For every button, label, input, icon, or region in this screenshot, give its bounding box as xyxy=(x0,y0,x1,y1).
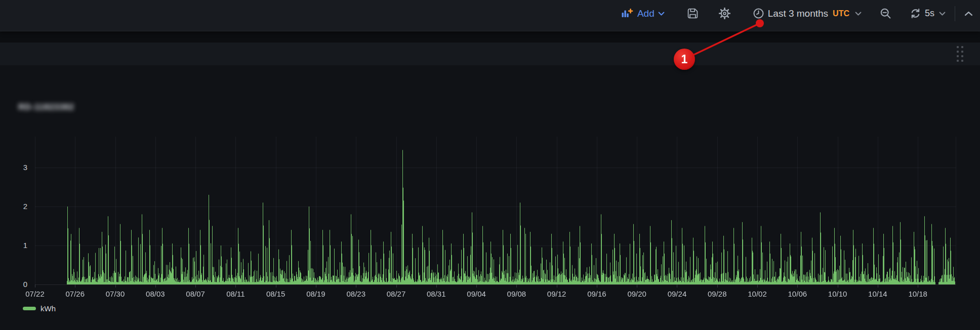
x-axis-label: 09/16 xyxy=(581,290,613,298)
collapse-toolbar-button[interactable] xyxy=(964,11,973,16)
timezone-label: UTC xyxy=(833,9,849,18)
dashboard-toolbar: Add xyxy=(0,0,980,31)
x-axis-label: 07/30 xyxy=(99,290,132,298)
legend-item-kwh[interactable]: kWh xyxy=(23,304,56,313)
x-axis-label: 09/12 xyxy=(541,290,573,298)
y-axis-label: 2 xyxy=(10,202,27,211)
add-button-label: Add xyxy=(637,8,655,19)
toolbar-divider xyxy=(955,6,955,21)
x-axis-label: 08/27 xyxy=(380,290,413,298)
x-axis-label: 08/19 xyxy=(300,290,332,298)
chevron-down-icon xyxy=(855,11,862,16)
save-dashboard-button[interactable] xyxy=(687,8,699,19)
refresh-icon xyxy=(910,8,921,19)
chevron-down-icon xyxy=(939,11,946,16)
x-axis-label: 08/23 xyxy=(340,290,372,298)
x-axis-label: 08/31 xyxy=(420,290,453,298)
x-axis-label: 08/15 xyxy=(260,290,292,298)
x-axis-label: 08/11 xyxy=(219,290,252,298)
series-color-pill xyxy=(23,307,36,310)
x-axis-label: 09/24 xyxy=(661,290,693,298)
x-axis-label: 09/04 xyxy=(460,290,493,298)
chart-area: kWh 012307/2207/2607/3008/0308/0708/1108… xyxy=(0,0,980,330)
chevron-down-icon xyxy=(658,11,665,16)
x-axis-label: 07/26 xyxy=(59,290,91,298)
x-axis-label: 09/08 xyxy=(500,290,533,298)
timeseries-chart[interactable] xyxy=(30,133,962,294)
y-axis-label: 1 xyxy=(10,241,27,250)
time-range-label: Last 3 months xyxy=(768,8,828,19)
bar-chart-plus-icon xyxy=(621,8,634,20)
zoom-out-icon xyxy=(880,8,891,19)
x-axis-label: 10/06 xyxy=(781,290,813,298)
add-button[interactable]: Add xyxy=(621,8,665,20)
y-axis-label: 0 xyxy=(10,280,27,288)
refresh-interval-label: 5s xyxy=(925,8,934,19)
x-axis-label: 10/14 xyxy=(862,290,894,298)
chevron-up-icon xyxy=(964,11,973,16)
clock-icon xyxy=(753,8,764,19)
zoom-out-time-button[interactable] xyxy=(880,8,891,19)
x-axis-label: 07/22 xyxy=(19,290,51,298)
refresh-button[interactable]: 5s xyxy=(910,8,946,19)
x-axis-label: 10/10 xyxy=(822,290,854,298)
gear-icon xyxy=(719,8,730,19)
x-axis-label: 10/02 xyxy=(741,290,773,298)
x-axis-label: 10/18 xyxy=(902,290,934,298)
save-icon xyxy=(687,8,699,19)
x-axis-label: 09/20 xyxy=(621,290,653,298)
x-axis-label: 09/28 xyxy=(701,290,733,298)
x-axis-label: 08/07 xyxy=(179,290,212,298)
x-axis-label: 08/03 xyxy=(139,290,172,298)
y-axis-label: 3 xyxy=(10,163,27,172)
time-range-picker[interactable]: Last 3 months UTC xyxy=(753,8,862,19)
series-label: kWh xyxy=(40,304,56,313)
dashboard-settings-button[interactable] xyxy=(719,8,730,19)
